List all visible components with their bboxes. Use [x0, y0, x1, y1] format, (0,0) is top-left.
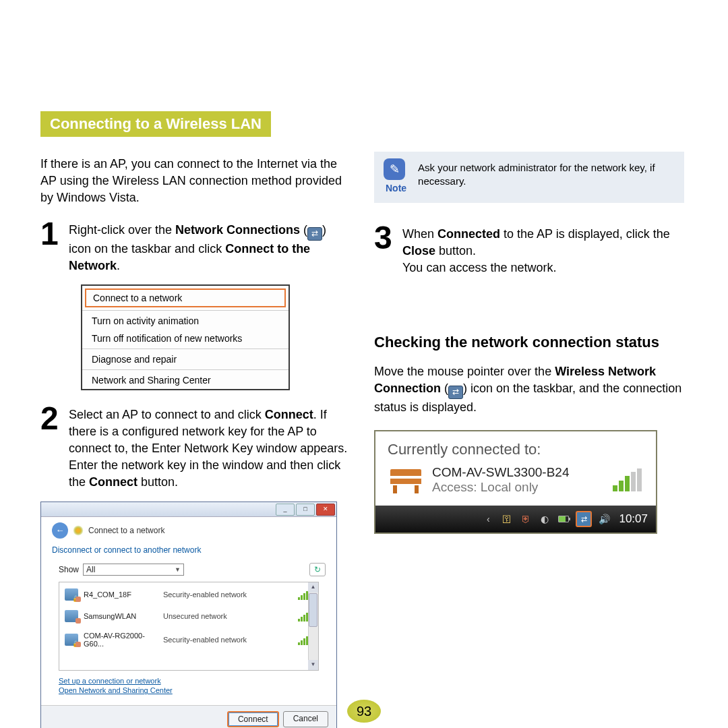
- dialog-subtitle: Disconnect or connect to another network: [52, 545, 326, 555]
- connect-button[interactable]: Connect: [227, 711, 279, 727]
- page-number: 93: [347, 700, 381, 723]
- note-text: Ask your network administrator for the n…: [418, 158, 672, 189]
- dialog-title: Connect to a network: [88, 526, 164, 535]
- scrollbar[interactable]: ▲ ▼: [308, 582, 318, 670]
- network-list: R4_COM_18F Security-enabled network Sams…: [59, 582, 319, 671]
- volume-icon[interactable]: 🔊: [597, 512, 611, 526]
- signal-strength-icon: [613, 468, 644, 491]
- section-heading: Connecting to a Wireless LAN: [40, 111, 271, 137]
- network-row[interactable]: R4_COM_18F Security-enabled network: [59, 585, 318, 607]
- step1-text: Right-click over the Network Connections…: [69, 219, 351, 274]
- show-combobox[interactable]: All▼: [83, 564, 184, 576]
- subsection-heading: Checking the network connection status: [374, 334, 684, 351]
- network-row[interactable]: SamsungWLAN Unsecured network: [59, 607, 318, 628]
- chevron-down-icon: ▼: [175, 566, 181, 573]
- step-number-1: 1: [40, 219, 63, 274]
- close-button[interactable]: ✕: [316, 504, 335, 516]
- open-sharing-center-link[interactable]: Open Network and Sharing Center: [59, 686, 326, 696]
- network-tray-icon[interactable]: ⇄: [576, 511, 592, 527]
- network-icon: [65, 588, 78, 601]
- network-row[interactable]: COM-AV-RG2000-G60... Security-enabled ne…: [59, 628, 318, 654]
- note-box: ✎ Note Ask your network administrator fo…: [374, 152, 684, 203]
- note-label: Note: [384, 183, 408, 193]
- scroll-thumb[interactable]: [309, 593, 317, 627]
- step2-text: Select an AP to connect to and click Con…: [69, 404, 351, 490]
- context-menu-figure: Connect to a network Turn on activity an…: [81, 284, 290, 390]
- check-status-text: Move the mouse pointer over the Wireless…: [374, 363, 684, 415]
- network-connections-icon: ⇄: [307, 227, 322, 241]
- minimize-button[interactable]: _: [276, 504, 295, 516]
- back-icon[interactable]: ←: [52, 522, 68, 539]
- clock: 10:07: [619, 512, 648, 526]
- cancel-button[interactable]: Cancel: [283, 711, 328, 727]
- wizard-icon: [72, 524, 84, 537]
- bench-icon: [388, 466, 424, 493]
- shield-icon[interactable]: ⛨: [519, 512, 533, 526]
- context-menu-item[interactable]: Turn off notification of new networks: [82, 330, 289, 347]
- context-menu-item[interactable]: Network and Sharing Center: [82, 371, 289, 389]
- context-menu-item[interactable]: Diagnose and repair: [82, 351, 289, 368]
- scroll-down-icon[interactable]: ▼: [308, 660, 318, 670]
- key-icon[interactable]: ⚿: [500, 512, 514, 526]
- connection-status-figure: Currently connected to: COM-AV-SWL3300-B…: [374, 430, 657, 534]
- network-icon: [65, 634, 78, 646]
- step-number-2: 2: [40, 404, 63, 490]
- connected-network-name: COM-AV-SWL3300-B24: [432, 465, 569, 480]
- taskbar: ‹ ⚿ ⛨ ◐ ⇄ 🔊 10:07: [375, 506, 656, 533]
- step3-text: When Connected to the AP is displayed, c…: [402, 223, 684, 276]
- intro-text: If there is an AP, you can connect to th…: [40, 156, 351, 206]
- network-icon: [65, 610, 78, 622]
- scroll-up-icon[interactable]: ▲: [308, 582, 318, 593]
- chevron-left-icon[interactable]: ‹: [481, 512, 495, 526]
- note-icon: ✎: [384, 158, 405, 180]
- maximize-button[interactable]: □: [296, 504, 315, 516]
- wireless-connection-icon: ⇄: [448, 386, 463, 399]
- access-level: Access: Local only: [432, 480, 569, 495]
- show-label: Show: [59, 565, 79, 574]
- refresh-button[interactable]: ↻: [309, 563, 326, 576]
- context-menu-item[interactable]: Connect to a network: [85, 289, 286, 307]
- tooltip-title: Currently connected to:: [388, 441, 644, 458]
- battery-icon[interactable]: [557, 512, 570, 526]
- setup-connection-link[interactable]: Set up a connection or network: [59, 676, 326, 686]
- unknown-tray-icon[interactable]: ◐: [538, 512, 551, 526]
- step-number-3: 3: [374, 223, 397, 276]
- connect-dialog-figure: _ □ ✕ ← Connect to a network Disconnect …: [40, 502, 337, 728]
- context-menu-item[interactable]: Turn on activity animation: [82, 312, 289, 330]
